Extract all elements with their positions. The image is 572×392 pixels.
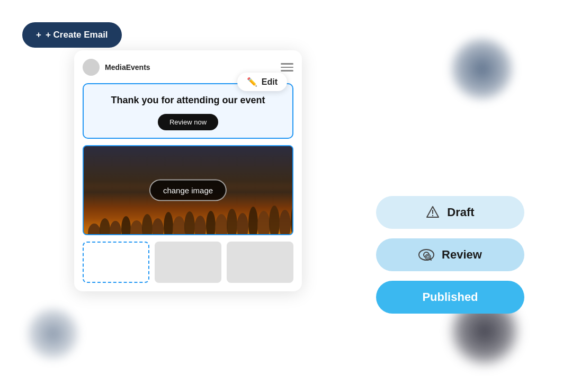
change-image-label: change image	[163, 186, 213, 195]
pencil-icon: ✏️	[247, 77, 257, 87]
published-label: Published	[422, 290, 478, 304]
review-icon	[418, 248, 434, 261]
sender-name: MediaEvents	[105, 63, 150, 72]
grid-cell-gray-2	[227, 242, 293, 283]
grid-cell-dashed[interactable]	[83, 242, 149, 283]
svg-point-4	[130, 220, 143, 234]
edit-label: Edit	[262, 77, 278, 87]
svg-point-13	[227, 209, 237, 234]
svg-point-5	[142, 214, 153, 234]
svg-point-15	[248, 207, 258, 234]
review-label: Review	[442, 248, 482, 262]
decorative-blob-bottom-left	[26, 307, 79, 360]
svg-point-17	[269, 206, 280, 234]
svg-point-8	[173, 216, 185, 234]
svg-point-14	[237, 213, 248, 234]
svg-point-1	[100, 218, 110, 234]
review-now-label: Review now	[169, 118, 207, 126]
review-now-button[interactable]: Review now	[158, 114, 218, 130]
create-email-button[interactable]: + + Create Email	[22, 22, 122, 48]
edit-tooltip[interactable]: ✏️ Edit	[237, 73, 287, 91]
plus-icon: +	[36, 30, 41, 40]
status-pill-published[interactable]: Published	[376, 281, 524, 314]
svg-point-19	[291, 203, 292, 234]
thank-you-heading: Thank you for attending our event	[92, 94, 284, 106]
sender-row: MediaEvents	[83, 59, 150, 76]
sender-avatar	[83, 59, 100, 76]
svg-point-0	[88, 224, 101, 234]
svg-point-10	[194, 216, 206, 234]
thank-you-block: ✏️ Edit Thank you for attending our even…	[83, 83, 293, 139]
status-pill-review[interactable]: Review	[376, 238, 524, 271]
svg-point-11	[206, 211, 216, 234]
menu-icon[interactable]	[281, 63, 293, 72]
svg-point-7	[164, 212, 173, 234]
bottom-grid	[83, 242, 293, 283]
status-pills-container: Draft Review Published	[376, 196, 524, 314]
svg-point-12	[215, 214, 228, 234]
create-email-label: + Create Email	[46, 30, 108, 40]
decorative-blob-top-right	[450, 37, 514, 101]
draft-label: Draft	[447, 206, 474, 219]
svg-point-16	[257, 211, 270, 234]
image-block: change image	[83, 145, 293, 235]
svg-point-2	[110, 221, 121, 234]
email-editor-card: MediaEvents ✏️ Edit Thank you for attend…	[74, 50, 302, 291]
draft-icon	[426, 206, 440, 219]
svg-point-6	[152, 218, 164, 234]
svg-point-18	[279, 210, 291, 234]
svg-point-3	[121, 216, 131, 234]
grid-cell-gray-1	[155, 242, 221, 283]
change-image-button[interactable]: change image	[149, 180, 227, 201]
svg-point-9	[184, 211, 195, 234]
status-pill-draft[interactable]: Draft	[376, 196, 524, 229]
svg-point-23	[432, 215, 433, 216]
